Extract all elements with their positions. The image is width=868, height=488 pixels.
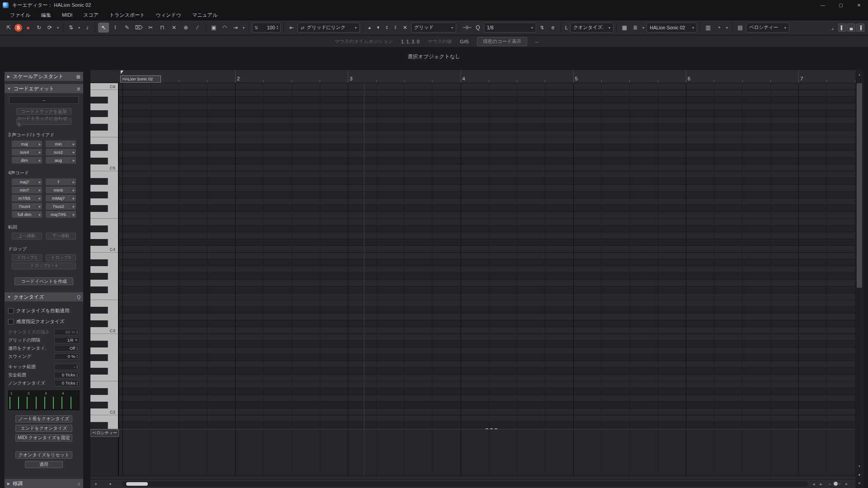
- grid-type-select[interactable]: グリッド▾: [411, 23, 456, 33]
- chord-button-7sus2[interactable]: 7sus2▶: [46, 203, 76, 210]
- record-options-dropdown[interactable]: ▾: [56, 23, 60, 33]
- chord-button-sus4[interactable]: sus4▶: [12, 149, 42, 155]
- show-left-zone-button[interactable]: ▌: [838, 23, 846, 32]
- piano-key-d5[interactable]: [90, 151, 118, 158]
- piano-key-e4[interactable]: [90, 219, 118, 225]
- piano-key-a-5[interactable]: [90, 97, 118, 103]
- grid-row-f5[interactable]: [119, 131, 855, 137]
- piano-key-a-1[interactable]: [90, 422, 118, 429]
- scroll-right-button[interactable]: ▸: [817, 479, 825, 488]
- grid-row-c2[interactable]: [119, 408, 855, 415]
- chord-submenu-arrow-icon[interactable]: ▶: [71, 205, 76, 208]
- quantize-ends-button[interactable]: エンドをクオンタイズ: [15, 425, 72, 432]
- piano-key-f-3[interactable]: [90, 286, 118, 293]
- piano-key-c5[interactable]: C5: [90, 164, 118, 171]
- grid-row-c6[interactable]: [119, 83, 855, 90]
- grid-row-d2[interactable]: [119, 395, 855, 402]
- chord-button-7[interactable]: 7▶: [46, 178, 76, 185]
- piano-key-b3[interactable]: [90, 253, 118, 259]
- piano-key-c4[interactable]: C4: [90, 246, 118, 253]
- grid-row-e2[interactable]: [119, 381, 855, 388]
- piano-key-c6[interactable]: C6: [90, 83, 118, 90]
- piano-key-c-2[interactable]: [90, 402, 118, 408]
- piano-key-a4[interactable]: [90, 185, 118, 192]
- quantize-param-value[interactable]: 0 %▴▾: [54, 353, 80, 360]
- show-part-borders-button[interactable]: ▥: [703, 23, 713, 33]
- piano-key-c2[interactable]: C2: [90, 408, 118, 415]
- grid-row-f-5[interactable]: [119, 124, 855, 131]
- grid-row-e3[interactable]: [119, 300, 855, 307]
- part-list-dropdown[interactable]: ▾: [641, 23, 646, 33]
- scroll-down-button[interactable]: ▾: [855, 465, 863, 468]
- grid-row-a-2[interactable]: [119, 341, 855, 347]
- chord-button-aug[interactable]: aug▶: [46, 157, 76, 164]
- stepper-down-icon[interactable]: ▾: [277, 28, 278, 30]
- show-lower-zone-button[interactable]: ▄: [847, 23, 855, 32]
- chord-submenu-arrow-icon[interactable]: ▶: [37, 188, 42, 192]
- grid-row-d-3[interactable]: [119, 307, 855, 314]
- menu-item[interactable]: ウィンドウ: [151, 10, 187, 20]
- horizontal-scrollbar-thumb[interactable]: [126, 482, 148, 486]
- piano-key-d-4[interactable]: [90, 225, 118, 232]
- tool-split[interactable]: ✂: [145, 23, 156, 33]
- chord-button-sus2[interactable]: sus2▶: [46, 149, 76, 155]
- piano-key-a-4[interactable]: [90, 178, 118, 185]
- transpose-down-button[interactable]: ▼: [374, 23, 382, 33]
- piano-key-f2[interactable]: [90, 375, 118, 381]
- stepper-icons[interactable]: ▴▾: [76, 354, 78, 358]
- grid-row-c-2[interactable]: [119, 402, 855, 408]
- grid-row-c-5[interactable]: [119, 158, 855, 164]
- chord-submenu-arrow-icon[interactable]: ▶: [37, 197, 42, 200]
- section-transpose[interactable]: ▶ 移調 ♫: [5, 479, 83, 488]
- chord-button-maj[interactable]: maj▶: [12, 141, 42, 147]
- quantize-icon-button[interactable]: Q: [473, 23, 483, 33]
- grid-row-f4[interactable]: [119, 212, 855, 219]
- section-chord-editing[interactable]: ▼ コードエディット ≣: [5, 84, 83, 93]
- timeline-ruler[interactable]: HALion Sonic 02 234567: [119, 70, 855, 83]
- length-quantize-select[interactable]: クオンタイズ.▾: [570, 23, 613, 33]
- stepper-down-icon[interactable]: ▾: [76, 332, 78, 334]
- stepper-down-icon[interactable]: ▾: [76, 348, 78, 351]
- grid-row-e4[interactable]: [119, 219, 855, 225]
- piano-key-d2[interactable]: [90, 395, 118, 402]
- grid-row-d-2[interactable]: [119, 388, 855, 395]
- time-display-dropdown[interactable]: ▾: [725, 23, 729, 33]
- grid-row-a5[interactable]: [119, 103, 855, 110]
- piano-key-f4[interactable]: [90, 212, 118, 219]
- menu-item[interactable]: スコア: [78, 10, 104, 20]
- section-quantize[interactable]: ▼ クオンタイズ Q: [5, 292, 83, 301]
- chord-submenu-arrow-icon[interactable]: ▶: [37, 150, 42, 154]
- close-button[interactable]: ✕: [850, 0, 868, 10]
- acoustic-feedback-button[interactable]: ♪: [82, 23, 92, 33]
- piano-key-c-3[interactable]: [90, 320, 118, 327]
- grid-row-g-2[interactable]: [119, 354, 855, 361]
- section-scale-assistant[interactable]: ▶ スケールアシスタント ▦: [5, 72, 83, 81]
- quantize-param-value[interactable]: 0 Ticks▴▾: [54, 380, 80, 386]
- apply-quantize-button[interactable]: ↯: [537, 23, 547, 33]
- retrospective-record-button[interactable]: ↻: [34, 23, 44, 33]
- grid-row-d-5[interactable]: [119, 144, 855, 151]
- horizontal-scrollbar[interactable]: [122, 481, 808, 487]
- chord-button-dim[interactable]: dim▶: [12, 157, 42, 164]
- quantize-param-value[interactable]: 60 %▴▾: [54, 329, 80, 335]
- tool-zoom[interactable]: ⊕: [180, 23, 191, 33]
- piano-key-f-5[interactable]: [90, 124, 118, 131]
- quantize-preset-select[interactable]: 1/8▾: [484, 23, 536, 33]
- vertical-zoom-knob[interactable]: ●: [855, 473, 863, 477]
- quantize-param-value[interactable]: Off▴▾: [54, 345, 80, 352]
- stepper-icons[interactable]: ▴▾: [76, 330, 78, 334]
- chord-submenu-arrow-icon[interactable]: ▶: [37, 142, 42, 145]
- piano-key-b1[interactable]: [90, 415, 118, 422]
- piano-key-g5[interactable]: [90, 117, 118, 124]
- chord-button-full-dim[interactable]: full dim▶: [12, 211, 42, 218]
- chord-button-mmaj7[interactable]: mMaj7▶: [46, 195, 76, 202]
- align-chord-track-button[interactable]: コードトラックに合わせる: [16, 118, 71, 125]
- piano-key-a-3[interactable]: [90, 259, 118, 266]
- grid-row-f2[interactable]: [119, 375, 855, 381]
- grid-row-g5[interactable]: [119, 117, 855, 124]
- current-chord-display-button[interactable]: 現在のコード表示: [477, 37, 527, 46]
- step-input-button[interactable]: ⇅: [66, 23, 76, 33]
- piano-key-g4[interactable]: [90, 198, 118, 205]
- chord-submenu-arrow-icon[interactable]: ▶: [37, 213, 42, 216]
- horizontal-zoom-out-button[interactable]: −: [826, 479, 834, 488]
